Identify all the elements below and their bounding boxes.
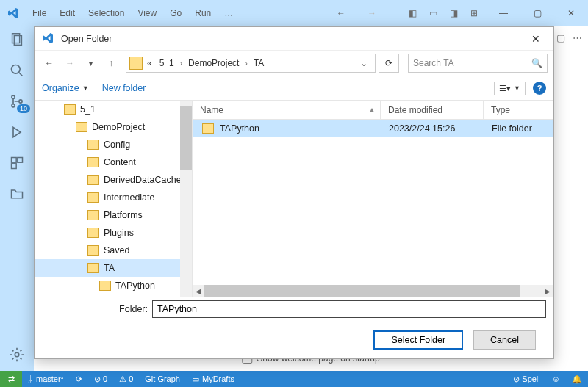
breadcrumb-ta[interactable]: TA — [251, 57, 267, 70]
chevron-down-icon: ▼ — [514, 84, 520, 92]
nav-back-icon[interactable]: ← — [337, 8, 345, 18]
column-date[interactable]: Date modified — [381, 101, 484, 119]
status-sync[interactable]: ⟳ — [70, 371, 88, 387]
tree-item-saved[interactable]: Saved — [35, 242, 192, 259]
status-gitgraph[interactable]: Git Graph — [139, 371, 186, 387]
folder-name-input[interactable] — [152, 300, 546, 318]
nav-recent-dropdown[interactable]: ▾ — [82, 54, 99, 72]
column-headers: Name Date modified Type — [193, 101, 553, 120]
tree-item-ta[interactable]: TA — [35, 259, 192, 277]
chevron-right-icon[interactable]: › — [243, 59, 248, 68]
editor-more-icon[interactable]: ⋯ — [573, 32, 582, 43]
breadcrumb-demoproject[interactable]: DemoProject — [185, 57, 242, 70]
menu-go[interactable]: Go — [164, 5, 187, 21]
select-folder-button[interactable]: Select Folder — [373, 330, 463, 350]
scroll-thumb[interactable] — [204, 285, 520, 297]
remote-indicator[interactable]: ⇄ — [0, 371, 22, 387]
cancel-button[interactable]: Cancel — [473, 330, 536, 350]
settings-gear-icon[interactable] — [8, 346, 26, 364]
address-bar[interactable]: « 5_1 › DemoProject › TA ⌄ — [126, 54, 376, 73]
tree-item-5-1[interactable]: 5_1 — [35, 101, 192, 118]
svg-rect-1 — [14, 36, 21, 46]
editor-split-icon[interactable]: ▢ — [556, 32, 565, 43]
search-icon: 🔍 — [531, 58, 542, 68]
folder-tree[interactable]: 5_1 DemoProject Config Content DerivedDa… — [35, 101, 193, 297]
menu-file[interactable]: File — [26, 5, 52, 21]
folder-icon — [129, 57, 143, 70]
help-button[interactable]: ? — [533, 82, 546, 95]
vscode-logo-icon — [0, 7, 26, 19]
folder-icon — [64, 104, 76, 115]
window-maximize-button[interactable]: ▢ — [520, 0, 554, 26]
folder-icon — [87, 228, 99, 238]
svg-marker-7 — [13, 127, 21, 137]
view-mode-button[interactable]: ☰▾ ▼ — [494, 82, 526, 95]
status-warnings[interactable]: ⚠ 0 — [113, 371, 139, 387]
window-minimize-button[interactable]: — — [487, 0, 520, 26]
tree-item-content[interactable]: Content — [35, 153, 192, 171]
status-bell-icon[interactable]: 🔔 — [566, 371, 588, 387]
activity-bar: 10 — [0, 26, 34, 371]
nav-back-button[interactable]: ← — [40, 54, 58, 72]
search-icon[interactable] — [8, 62, 26, 79]
status-mydrafts[interactable]: ▭ MyDrafts — [186, 371, 240, 387]
svg-point-11 — [15, 352, 19, 357]
address-dropdown-icon[interactable]: ⌄ — [356, 58, 372, 68]
chevron-down-icon: ▼ — [82, 84, 89, 92]
column-name[interactable]: Name — [193, 101, 381, 119]
chevron-right-icon[interactable]: › — [179, 59, 184, 68]
status-errors[interactable]: ⊘ 0 — [88, 371, 113, 387]
scroll-right-icon[interactable]: ▶ — [542, 285, 553, 297]
folder-icon — [87, 157, 99, 167]
search-input[interactable]: Search TA 🔍 — [408, 54, 548, 73]
status-branch[interactable]: ᛦ master* — [22, 371, 70, 387]
window-close-button[interactable]: ✕ — [554, 0, 588, 26]
explorer-icon[interactable] — [8, 31, 26, 48]
refresh-button[interactable]: ⟳ — [379, 54, 399, 73]
tree-item-deriveddatacache[interactable]: DerivedDataCache — [35, 171, 192, 189]
nav-forward-icon[interactable]: → — [368, 8, 376, 18]
menu-overflow[interactable]: … — [218, 5, 239, 21]
source-control-icon[interactable]: 10 — [8, 93, 26, 110]
dialog-title: Open Folder — [61, 34, 112, 44]
layout-panel-icon[interactable]: ▭ — [426, 8, 440, 18]
nav-forward-button[interactable]: → — [61, 54, 79, 72]
tree-item-platforms[interactable]: Platforms — [35, 206, 192, 224]
layout-sidebar-right-icon[interactable]: ◨ — [447, 8, 460, 18]
run-debug-icon[interactable] — [8, 123, 26, 141]
vscode-menu-bar: File Edit Selection View Go Run … — [26, 5, 239, 21]
breadcrumb-5-1[interactable]: 5_1 — [157, 57, 177, 70]
folder-name-row: Folder: — [35, 297, 553, 322]
tree-item-tapython[interactable]: TAPython — [35, 277, 192, 294]
svg-line-3 — [19, 73, 23, 76]
tree-scrollbar-thumb[interactable] — [180, 106, 192, 170]
menu-run[interactable]: Run — [189, 5, 217, 21]
svg-rect-10 — [12, 164, 17, 169]
scroll-left-icon[interactable]: ◀ — [193, 285, 204, 297]
new-folder-button[interactable]: New folder — [102, 83, 146, 93]
list-h-scrollbar[interactable]: ◀ ▶ — [193, 285, 553, 297]
list-item-tapython[interactable]: TAPython 2023/2/24 15:26 File folder — [193, 120, 553, 137]
tree-item-plugins[interactable]: Plugins — [35, 224, 192, 242]
breadcrumb-root[interactable]: « — [144, 57, 155, 70]
svg-point-2 — [12, 65, 21, 74]
extensions-icon[interactable] — [8, 154, 26, 172]
folder-icon — [87, 263, 99, 273]
status-feedback-icon[interactable]: ☺ — [546, 371, 566, 387]
menu-selection[interactable]: Selection — [82, 5, 130, 21]
layout-customize-icon[interactable]: ⊞ — [467, 8, 481, 18]
nav-up-button[interactable]: ↑ — [102, 54, 120, 72]
folder-icon[interactable] — [8, 185, 26, 203]
dialog-nav-bar: ← → ▾ ↑ « 5_1 › DemoProject › TA ⌄ ⟳ Sea… — [35, 51, 553, 76]
layout-sidebar-left-icon[interactable]: ◧ — [406, 8, 419, 18]
status-spell[interactable]: ⊘ Spell — [507, 371, 546, 387]
tree-item-demoproject[interactable]: DemoProject — [35, 118, 192, 136]
menu-edit[interactable]: Edit — [54, 5, 81, 21]
menu-view[interactable]: View — [132, 5, 162, 21]
column-type[interactable]: Type — [484, 101, 553, 119]
tree-item-intermediate[interactable]: Intermediate — [35, 189, 192, 206]
organize-menu[interactable]: Organize ▼ — [42, 83, 89, 93]
dialog-close-button[interactable]: ✕ — [526, 29, 546, 49]
tree-item-config[interactable]: Config — [35, 136, 192, 153]
dialog-title-bar: Open Folder ✕ — [35, 27, 553, 51]
